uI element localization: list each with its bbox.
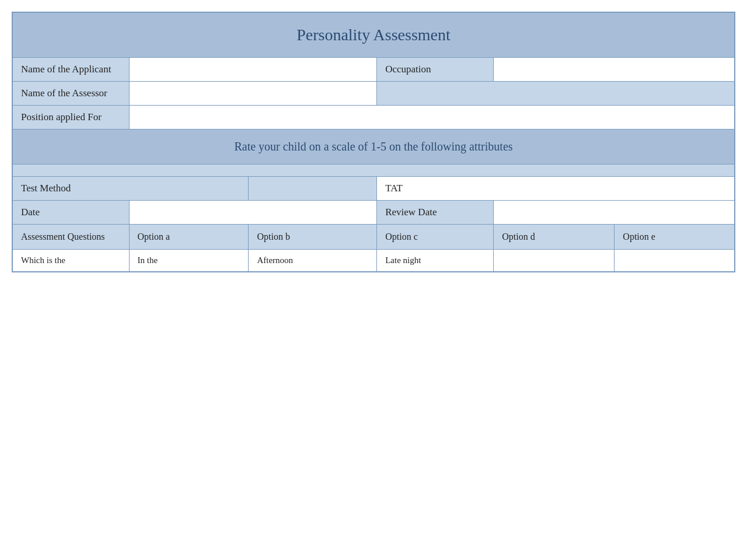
assessor-row: Name of the Assessor bbox=[12, 82, 735, 106]
assessment-label: Assessment Questions bbox=[12, 225, 129, 250]
date-row: Date Review Date bbox=[12, 201, 735, 225]
position-input[interactable] bbox=[129, 106, 735, 130]
option-b-header: Option b bbox=[249, 225, 377, 250]
spacer-cell bbox=[12, 164, 735, 177]
assessor-input[interactable] bbox=[129, 82, 377, 106]
title-row: Personality Assessment bbox=[12, 12, 735, 58]
occupation-label: Occupation bbox=[377, 58, 494, 82]
position-label: Position applied For bbox=[12, 106, 129, 130]
last-col4: Late night bbox=[377, 250, 494, 272]
form-table: Personality Assessment Name of the Appli… bbox=[12, 12, 735, 272]
occupation-input[interactable] bbox=[494, 58, 735, 82]
option-a-header: Option a bbox=[129, 225, 249, 250]
spacer-row bbox=[12, 164, 735, 177]
assessor-right-empty bbox=[377, 82, 735, 106]
option-e-header: Option e bbox=[615, 225, 735, 250]
last-col1: Which is the bbox=[12, 250, 129, 272]
last-col5 bbox=[494, 250, 615, 272]
section-row: Rate your child on a scale of 1-5 on the… bbox=[12, 130, 735, 164]
applicant-label: Name of the Applicant bbox=[12, 58, 129, 82]
section-text: Rate your child on a scale of 1-5 on the… bbox=[12, 130, 735, 164]
tat-value: TAT bbox=[377, 177, 735, 201]
applicant-input[interactable] bbox=[129, 58, 377, 82]
review-date-input[interactable] bbox=[494, 201, 735, 225]
page-title: Personality Assessment bbox=[12, 12, 735, 58]
options-header-row: Assessment Questions Option a Option b O… bbox=[12, 225, 735, 250]
last-col3: Afternoon bbox=[249, 250, 377, 272]
last-col2: In the bbox=[129, 250, 249, 272]
review-date-label: Review Date bbox=[377, 201, 494, 225]
applicant-row: Name of the Applicant Occupation bbox=[12, 58, 735, 82]
position-row: Position applied For bbox=[12, 106, 735, 130]
option-c-header: Option c bbox=[377, 225, 494, 250]
assessor-label: Name of the Assessor bbox=[12, 82, 129, 106]
test-method-label: Test Method bbox=[12, 177, 249, 201]
test-method-empty bbox=[249, 177, 377, 201]
last-col6 bbox=[615, 250, 735, 272]
date-input[interactable] bbox=[129, 201, 377, 225]
date-label: Date bbox=[12, 201, 129, 225]
last-row: Which is the In the Afternoon Late night bbox=[12, 250, 735, 272]
option-d-header: Option d bbox=[494, 225, 615, 250]
test-method-row: Test Method TAT bbox=[12, 177, 735, 201]
page-wrapper: Personality Assessment Name of the Appli… bbox=[0, 0, 747, 560]
